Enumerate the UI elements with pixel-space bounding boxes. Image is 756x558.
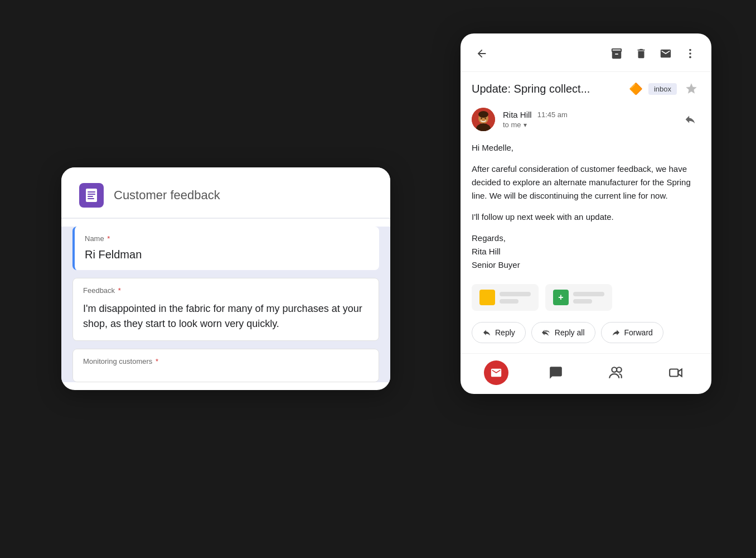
email-body: Hi Medelle, After careful consideration …: [461, 136, 711, 280]
attachment-line-short-2: [573, 299, 592, 304]
sender-name-row: Rita Hill 11:45 am: [503, 110, 672, 119]
to-text: to me: [503, 121, 521, 129]
mail-icon: [490, 367, 502, 379]
email-meta: Rita Hill 11:45 am to me ▾: [461, 102, 711, 136]
gmail-card: Update: Spring collect... 🔶 inbox: [461, 33, 711, 394]
subject-row: Update: Spring collect... 🔶 inbox: [461, 72, 711, 102]
svg-rect-17: [670, 369, 678, 377]
svg-point-13: [481, 118, 482, 119]
email-greeting: Hi Medelle,: [472, 141, 700, 155]
monitoring-label: Monitoring customers *: [73, 349, 379, 369]
mark-unread-button[interactable]: [656, 44, 676, 64]
video-icon: [668, 365, 683, 380]
svg-rect-3: [88, 194, 95, 195]
forms-icon: [79, 183, 104, 208]
more-button[interactable]: [680, 44, 700, 64]
feedback-field[interactable]: Feedback * I'm disappointed in the fabri…: [72, 278, 379, 341]
forward-label: Forward: [624, 328, 653, 337]
svg-rect-5: [88, 198, 94, 199]
back-icon: [476, 47, 488, 60]
quick-reply-button[interactable]: [680, 109, 700, 129]
gmail-toolbar: [461, 33, 711, 72]
send-time: 11:45 am: [537, 110, 568, 119]
feedback-label: Feedback *: [73, 278, 379, 298]
email-signature: Regards, Rita Hill Senior Buyer: [472, 232, 700, 272]
reply-icon: [684, 113, 696, 126]
name-value: Ri Feldman: [75, 246, 379, 270]
monitoring-field[interactable]: Monitoring customers *: [72, 349, 379, 382]
email-subject: Update: Spring collect...: [472, 83, 623, 95]
required-star-3: *: [153, 357, 158, 365]
delete-button[interactable]: [631, 44, 651, 64]
attachment-line: [500, 292, 531, 296]
forms-card: Customer feedback Name * Ri Feldman Feed…: [61, 167, 390, 390]
attachments-row: +: [461, 280, 711, 319]
name-label: Name *: [75, 227, 379, 246]
sender-info: Rita Hill 11:45 am to me ▾: [503, 110, 672, 129]
forward-button[interactable]: Forward: [601, 322, 663, 343]
reply-label: Reply: [495, 328, 515, 337]
email-paragraph-2: I'll follow up next week with an update.: [472, 210, 700, 224]
more-icon: [684, 47, 696, 60]
svg-point-8: [689, 56, 691, 59]
bottom-nav-mail[interactable]: [484, 360, 508, 385]
svg-point-7: [689, 52, 691, 55]
star-icon: [685, 83, 697, 95]
bottom-nav: [461, 353, 711, 394]
forms-title: Customer feedback: [114, 188, 220, 203]
email-icon: [660, 47, 672, 60]
attachment-1[interactable]: [472, 284, 539, 311]
forward-btn-icon: [612, 328, 621, 337]
name-field[interactable]: Name * Ri Feldman: [72, 227, 379, 270]
svg-point-15: [612, 367, 617, 372]
svg-point-11: [478, 111, 488, 118]
sender-name: Rita Hill: [503, 110, 532, 119]
svg-point-6: [689, 49, 691, 51]
meet-icon: [609, 365, 623, 380]
attachment-lines-1: [500, 292, 531, 304]
back-button[interactable]: [472, 44, 492, 64]
inbox-badge[interactable]: inbox: [648, 83, 677, 95]
bottom-nav-video[interactable]: [663, 360, 688, 385]
chat-icon: [549, 365, 563, 380]
svg-rect-2: [88, 191, 95, 193]
chevron-down-icon[interactable]: ▾: [524, 121, 527, 129]
feedback-value: I'm disappointed in the fabric for many …: [73, 298, 379, 340]
attachment-line-short: [500, 299, 518, 304]
archive-button[interactable]: [607, 44, 627, 64]
attachment-2[interactable]: +: [545, 284, 612, 311]
required-star: *: [105, 234, 110, 243]
required-star-2: *: [116, 286, 121, 295]
svg-rect-4: [88, 196, 93, 197]
delete-icon: [635, 47, 647, 60]
archive-icon: [610, 47, 623, 60]
reply-all-label: Reply all: [555, 328, 585, 337]
bottom-nav-chat[interactable]: [544, 360, 568, 385]
reply-all-button[interactable]: Reply all: [531, 322, 595, 343]
email-paragraph-1: After careful consideration of customer …: [472, 162, 700, 203]
bottom-nav-meet[interactable]: [604, 360, 628, 385]
to-row: to me ▾: [503, 121, 672, 129]
star-button[interactable]: [682, 80, 700, 98]
forms-body: Name * Ri Feldman Feedback * I'm disappo…: [61, 227, 390, 382]
svg-rect-1: [86, 189, 97, 202]
attachment-icon-yellow: [479, 290, 495, 305]
attachment-line-2: [573, 292, 604, 296]
sender-avatar: [472, 108, 495, 131]
action-buttons-row: Reply Reply all Forward: [461, 319, 711, 353]
attachment-lines-2: [573, 292, 604, 304]
avatar-image: [472, 108, 495, 131]
reply-button[interactable]: Reply: [472, 322, 526, 343]
forms-header: Customer feedback: [61, 167, 390, 219]
attachment-icon-green: +: [553, 290, 569, 305]
mail-nav-icon: [484, 360, 508, 385]
svg-point-14: [484, 118, 486, 119]
subject-icon: 🔶: [629, 82, 643, 95]
reply-btn-icon: [482, 328, 491, 337]
reply-all-btn-icon: [542, 328, 551, 337]
svg-point-16: [617, 367, 622, 372]
